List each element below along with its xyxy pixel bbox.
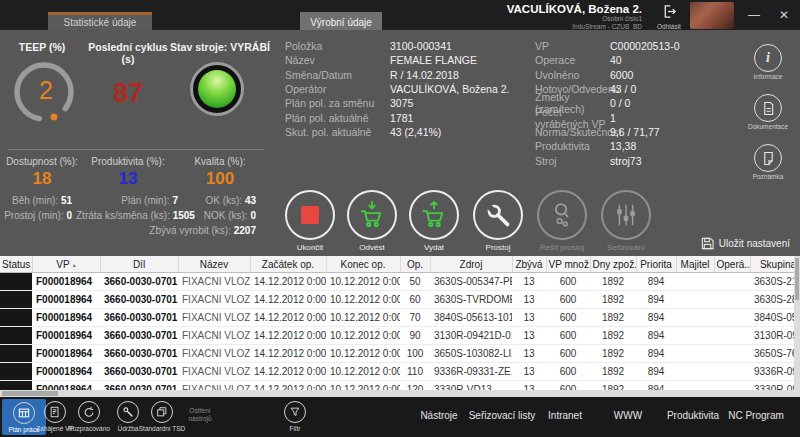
info-label: Informace: [742, 73, 794, 80]
cell: 600: [546, 273, 590, 291]
resolve-downtime-label: Řešit prostoj: [530, 243, 594, 252]
column-header[interactable]: Status: [0, 256, 32, 273]
column-header[interactable]: Název: [178, 256, 250, 273]
user-personal-number: Osobní číslo1: [507, 15, 642, 23]
close-button[interactable]: ✕: [770, 0, 798, 30]
column-header[interactable]: Majitel: [676, 256, 714, 273]
column-header[interactable]: Operá...: [714, 256, 750, 273]
column-header[interactable]: Dny zpož.: [590, 256, 636, 273]
user-avatar[interactable]: [690, 2, 734, 29]
logout-button[interactable]: Odhlásit: [650, 4, 688, 30]
field-row: Operace40: [535, 53, 679, 67]
cell: FIXACNI VLOZKA: [178, 327, 250, 345]
save-settings-button[interactable]: Uložit nastavení: [701, 237, 790, 250]
run-label: Běh (min):: [12, 195, 58, 206]
cell: F000018964: [32, 363, 100, 381]
app-window: Statistické údaje Výrobní údaje VACULÍKO…: [0, 0, 800, 437]
note-button[interactable]: Poznámka: [742, 144, 794, 180]
column-header[interactable]: Začátek op.: [250, 256, 326, 273]
wrench-icon: [482, 199, 514, 231]
table-row[interactable]: F0000189643660-0030-0701FIXACNI VLOZKA14…: [0, 327, 800, 345]
column-header[interactable]: Konec op.: [326, 256, 400, 273]
divider: [8, 149, 264, 150]
cell: 3130R-09421D-01: [430, 327, 512, 345]
table-row[interactable]: F0000189643660-0030-0701FIXACNI VLOZKA14…: [0, 345, 800, 363]
status-cell: [0, 363, 32, 381]
column-header[interactable]: VP množ.: [546, 256, 590, 273]
scrollbar-thumb[interactable]: [795, 258, 799, 300]
issue-button[interactable]: Vydat: [402, 190, 466, 252]
nav-link-produktivita[interactable]: Produktivita: [667, 410, 719, 421]
cell: 3660-0030-0701: [100, 309, 178, 327]
column-header[interactable]: Skupina: [750, 256, 800, 273]
cell: [676, 291, 714, 309]
cell: FIXACNI VLOZKA: [178, 273, 250, 291]
nav-link-intranet[interactable]: Intranet: [548, 410, 582, 421]
field-row: OperátorVACULÍKOVÁ, Božena 2.: [285, 82, 509, 96]
productivity-value: 13: [85, 169, 171, 189]
machine-status-lamp: [190, 62, 244, 116]
column-header[interactable]: Priorita: [636, 256, 676, 273]
sort-indicator-icon: ▴: [73, 262, 76, 268]
last-cycle-value: 87: [88, 78, 168, 109]
cell: [714, 291, 750, 309]
cell: 13: [512, 327, 546, 345]
field-value: FEMALE FLANGE: [390, 54, 477, 66]
cell: 600: [546, 381, 590, 391]
cell: F000018964: [32, 381, 100, 391]
table-row[interactable]: F0000189643660-0030-0701FIXACNI VLOZKA14…: [0, 381, 800, 391]
status-cell: [0, 309, 32, 327]
nav-filtr[interactable]: Filtr: [273, 401, 317, 432]
finish-button[interactable]: Ukončit: [278, 190, 342, 252]
cell: 600: [546, 291, 590, 309]
maintenance-icon: [117, 401, 139, 423]
cell: 10.12.2012 0:00:00: [326, 363, 400, 381]
cell: 894: [636, 363, 676, 381]
nav-rozpracovano[interactable]: Rozpracováno: [67, 401, 111, 432]
cell: 13: [512, 291, 546, 309]
cell: 10.12.2012 0:00:00: [326, 291, 400, 309]
field-label: Skut. pol. aktuálně: [285, 126, 390, 138]
nav-link-nastroje[interactable]: Nástroje: [420, 410, 457, 421]
column-header[interactable]: Op.: [400, 256, 430, 273]
work-plan-icon: [13, 402, 35, 424]
column-header[interactable]: Díl: [100, 256, 178, 273]
cell: 3660-0030-0701: [100, 363, 178, 381]
cell: 14.12.2012 0:00:00: [250, 363, 326, 381]
ok-value: 43: [245, 195, 256, 206]
cell: [714, 309, 750, 327]
field-label: Operace: [535, 54, 610, 66]
horizontal-scrollbar[interactable]: [0, 390, 800, 397]
resolve-downtime-button: Řešit prostoj: [530, 190, 594, 252]
table-row[interactable]: F0000189643660-0030-0701FIXACNI VLOZKA14…: [0, 309, 800, 327]
column-header[interactable]: VP▴: [32, 256, 100, 273]
field-row: VPC000020513-0: [535, 39, 679, 53]
nav-link-serizovaci-listy[interactable]: Seřizovací listy: [469, 410, 536, 421]
nav-link-nc-program[interactable]: NC Program: [728, 410, 784, 421]
cell: 3630S-TVRDOME...: [430, 291, 512, 309]
unload-button[interactable]: Odvést: [340, 190, 404, 252]
downtime-label: Prostoj: [466, 243, 530, 252]
column-header[interactable]: Zbývá: [512, 256, 546, 273]
documentation-button[interactable]: Dokumentace: [742, 94, 794, 130]
jobs-table: StatusVP▴DílNázevZačátek op.Konec op.Op.…: [0, 256, 800, 390]
order-fields: Položka3100-000341NázevFEMALE FLANGESměn…: [285, 39, 509, 139]
column-header[interactable]: Zdroj: [430, 256, 512, 273]
teep-label: TEEP (%): [0, 41, 84, 53]
cell: 100: [400, 345, 430, 363]
nav-link-www[interactable]: WWW: [614, 410, 642, 421]
table-row[interactable]: F0000189643660-0030-0701FIXACNI VLOZKA14…: [0, 273, 800, 291]
info-button[interactable]: i Informace: [742, 44, 794, 80]
minimize-button[interactable]: —: [740, 0, 768, 30]
user-info: VACULÍKOVÁ, Božena 2. Osobní číslo1 Indu…: [507, 3, 642, 31]
table-row[interactable]: F0000189643660-0030-0701FIXACNI VLOZKA14…: [0, 291, 800, 309]
scrollbar-thumb[interactable]: [2, 391, 58, 396]
cell: 13: [512, 345, 546, 363]
table-row[interactable]: F0000189643660-0030-0701FIXACNI VLOZKA14…: [0, 363, 800, 381]
vertical-scrollbar[interactable]: [794, 256, 800, 390]
status-cell: [0, 273, 32, 291]
nav-ostreni-label-line2: nástrojů: [178, 415, 222, 423]
stop-icon: [301, 206, 319, 224]
downtime-button[interactable]: Prostoj: [466, 190, 530, 252]
cell: 894: [636, 345, 676, 363]
